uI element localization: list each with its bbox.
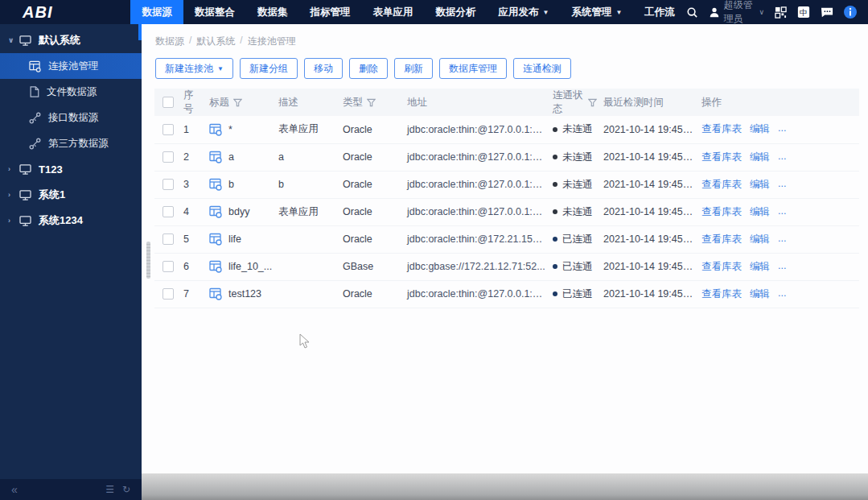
menu-item-8[interactable]: 系统管理▼ [560, 0, 633, 24]
row-checkbox[interactable] [162, 288, 174, 300]
action-link-3[interactable]: ... [778, 151, 786, 164]
menu-item-2[interactable]: 数据整合 [183, 0, 246, 24]
row-title[interactable]: a [228, 151, 234, 163]
sidebar-item-文件数据源[interactable]: 文件数据源 [0, 79, 142, 105]
search-icon[interactable] [686, 6, 698, 19]
chevron-right-icon[interactable]: › [8, 165, 19, 173]
row-title[interactable]: b [228, 179, 234, 190]
action-link-1[interactable]: 查看库表 [701, 151, 742, 164]
toolbar-button-1[interactable]: 新建连接池▼ [155, 58, 233, 79]
table-row: 5lifeOraclejdbc:oracle:thin:@172.21.150.… [154, 225, 859, 253]
action-link-3[interactable]: ... [778, 178, 786, 192]
action-link-2[interactable]: 编辑 [750, 122, 770, 136]
breadcrumb-item[interactable]: 默认系统 [196, 35, 235, 48]
filter-icon[interactable] [367, 98, 376, 107]
sidebar-item-连接池管理[interactable]: 连接池管理 [0, 53, 142, 79]
action-link-1[interactable]: 查看库表 [701, 122, 742, 136]
row-number: 5 [183, 233, 189, 245]
action-link-2[interactable]: 编辑 [750, 151, 770, 164]
menu-item-1[interactable]: 数据源 [130, 0, 183, 24]
row-title[interactable]: test123 [228, 288, 261, 300]
collapse-sidebar-icon[interactable]: « [11, 483, 18, 496]
toolbar-button-4[interactable]: 删除 [349, 58, 388, 79]
action-link-2[interactable]: 编辑 [750, 287, 770, 301]
sidebar-scrollbar-thumb[interactable] [138, 24, 142, 40]
sidebar-item-系统1234[interactable]: ›系统1234 [0, 208, 142, 233]
row-title[interactable]: bdyy [228, 206, 249, 217]
toolbar-button-7[interactable]: 连通检测 [513, 58, 571, 79]
toolbar-button-5[interactable]: 刷新 [394, 58, 433, 79]
column-header-2: 标题 [206, 89, 275, 116]
main-content: 数据源/默认系统/连接池管理 新建连接池▼新建分组移动删除刷新数据库管理连通检测… [142, 24, 868, 500]
chevron-down-icon[interactable]: ∨ [8, 36, 19, 44]
chevron-right-icon[interactable]: › [8, 191, 19, 199]
status-text: 未连通 [562, 151, 593, 164]
sidebar-item-label: 接口数据源 [48, 111, 99, 125]
sidebar-item-T123[interactable]: ›T123 [0, 156, 142, 182]
action-link-1[interactable]: 查看库表 [701, 233, 742, 246]
info-icon[interactable] [844, 6, 857, 19]
status-text: 未连通 [562, 178, 593, 192]
row-checkbox[interactable] [162, 124, 174, 135]
column-header-8: 操作 [698, 89, 859, 116]
content-scrollbar-thumb[interactable] [146, 242, 150, 279]
language-icon[interactable]: 中 [797, 6, 810, 19]
sidebar-item-默认系统[interactable]: ∨默认系统 [0, 27, 142, 53]
breadcrumb-item[interactable]: 数据源 [155, 35, 184, 48]
menu-item-3[interactable]: 数据集 [246, 0, 299, 24]
action-link-3[interactable]: ... [778, 287, 786, 301]
menu-item-7[interactable]: 应用发布▼ [487, 0, 560, 24]
row-checkbox[interactable] [162, 233, 174, 245]
row-type: Oracle [343, 179, 372, 190]
button-label: 新建连接池 [165, 62, 213, 76]
menu-item-5[interactable]: 表单应用 [361, 0, 424, 24]
action-link-3[interactable]: ... [778, 122, 786, 136]
status-text: 未连通 [562, 205, 593, 219]
sidebar-item-接口数据源[interactable]: 接口数据源 [0, 105, 142, 130]
list-icon[interactable]: ☰ [105, 484, 114, 495]
row-type: Oracle [343, 124, 372, 135]
menu-item-4[interactable]: 指标管理 [298, 0, 361, 24]
row-title[interactable]: * [228, 124, 232, 135]
filter-icon[interactable] [233, 98, 242, 107]
monitor-icon [19, 216, 31, 226]
toolbar-button-3[interactable]: 移动 [304, 58, 343, 79]
action-link-2[interactable]: 编辑 [750, 233, 770, 246]
menu-item-9[interactable]: 工作流 [633, 0, 686, 24]
toolbar-button-2[interactable]: 新建分组 [240, 58, 298, 79]
action-link-3[interactable]: ... [778, 233, 786, 246]
action-link-3[interactable]: ... [778, 205, 786, 219]
action-link-2[interactable]: 编辑 [750, 260, 770, 274]
select-all-checkbox[interactable] [162, 97, 174, 108]
row-checkbox[interactable] [162, 206, 174, 217]
menu-item-6[interactable]: 数据分析 [424, 0, 487, 24]
message-icon[interactable] [821, 6, 833, 19]
action-link-1[interactable]: 查看库表 [701, 178, 742, 192]
row-title[interactable]: life [228, 233, 241, 245]
caret-down-icon: ▼ [217, 65, 224, 72]
filter-icon[interactable] [588, 98, 597, 107]
bottom-gradient [142, 473, 868, 500]
row-checkbox[interactable] [162, 179, 174, 190]
action-link-1[interactable]: 查看库表 [701, 260, 742, 274]
action-link-2[interactable]: 编辑 [750, 178, 770, 192]
breadcrumb-separator: / [189, 35, 191, 48]
refresh-sidebar-icon[interactable]: ↻ [122, 484, 130, 495]
sidebar-item-系统1[interactable]: ›系统1 [0, 182, 142, 208]
sidebar-item-第三方数据源[interactable]: 第三方数据源 [0, 130, 142, 156]
breadcrumb-item[interactable]: 连接池管理 [248, 35, 296, 48]
chevron-right-icon[interactable]: › [8, 217, 19, 225]
row-checkbox[interactable] [162, 261, 174, 272]
table-row: 4bdyy表单应用Oraclejdbc:oracle:thin:@127.0.0… [154, 198, 859, 225]
row-title[interactable]: life_10_... [228, 261, 272, 272]
action-link-1[interactable]: 查看库表 [701, 205, 742, 219]
toolbar-button-6[interactable]: 数据库管理 [439, 58, 507, 79]
user-menu[interactable]: 超级管理员 ∨ [709, 0, 764, 26]
row-checkbox[interactable] [162, 151, 174, 163]
action-link-2[interactable]: 编辑 [750, 205, 770, 219]
sidebar-item-label: 文件数据源 [47, 85, 97, 99]
column-header-3: 描述 [275, 89, 339, 116]
action-link-1[interactable]: 查看库表 [701, 287, 742, 301]
action-link-3[interactable]: ... [778, 260, 786, 274]
qrcode-icon[interactable] [775, 6, 787, 19]
